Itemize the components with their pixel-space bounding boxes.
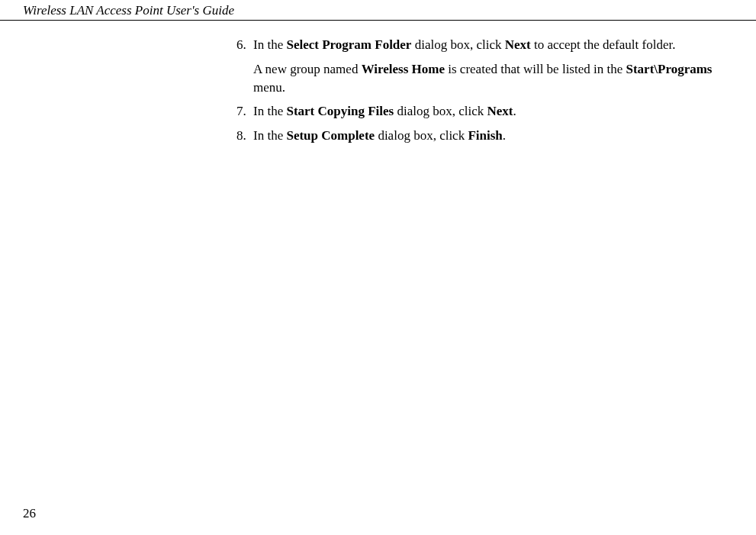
text: A new group named (253, 62, 362, 76)
text: dialog box, click (375, 128, 468, 143)
bold-text: Finish (468, 128, 502, 143)
bold-text: Next (487, 104, 513, 118)
header-title: Wireless LAN Access Point User's Guide (23, 3, 234, 18)
main-content: 6. In the Select Program Folder dialog b… (0, 21, 756, 145)
list-text: In the Setup Complete dialog box, click … (253, 127, 733, 145)
text: In the (253, 128, 286, 143)
text: . (503, 128, 506, 143)
document-header: Wireless LAN Access Point User's Guide (0, 0, 756, 21)
list-item-6: 6. In the Select Program Folder dialog b… (236, 36, 733, 54)
bold-text: Setup Complete (286, 128, 375, 143)
text: In the (253, 37, 286, 52)
text: In the (253, 104, 286, 118)
bold-text: Start\Programs (626, 62, 713, 76)
page-number: 26 (23, 506, 36, 521)
text: to accept the default folder. (531, 37, 676, 52)
text: is created that will be listed in the (445, 62, 626, 76)
text: dialog box, click (394, 104, 487, 118)
list-number: 8. (236, 127, 253, 145)
text: dialog box, click (411, 37, 504, 52)
bold-text: Next (505, 37, 531, 52)
list-number: 6. (236, 36, 253, 54)
list-text: In the Start Copying Files dialog box, c… (253, 102, 733, 121)
list-item-7: 7. In the Start Copying Files dialog box… (236, 102, 733, 121)
text: . (513, 104, 516, 118)
bold-text: Wireless Home (362, 62, 445, 76)
list-text: In the Select Program Folder dialog box,… (253, 36, 733, 54)
sub-paragraph: A new group named Wireless Home is creat… (253, 60, 733, 97)
text: menu. (253, 80, 285, 95)
list-number: 7. (236, 102, 253, 121)
list-item-8: 8. In the Setup Complete dialog box, cli… (236, 127, 733, 145)
bold-text: Select Program Folder (286, 37, 411, 52)
bold-text: Start Copying Files (286, 104, 394, 118)
